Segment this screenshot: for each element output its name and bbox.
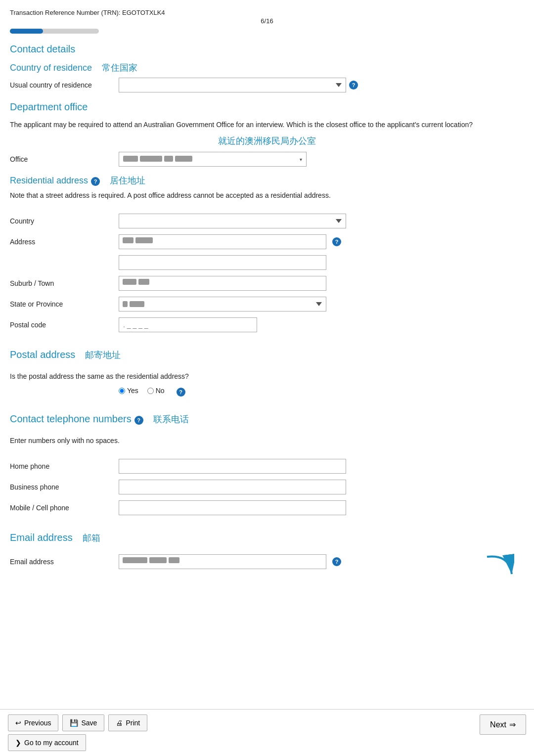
label-email: Email address bbox=[10, 558, 119, 566]
input-address-line2[interactable] bbox=[119, 255, 326, 270]
goto-account-label: Go to my account bbox=[24, 739, 79, 747]
bottom-nav-row-2: ❯ Go to my account bbox=[8, 734, 147, 751]
previous-icon: ↩ bbox=[15, 719, 21, 727]
chinese-label-postal: 邮寄地址 bbox=[85, 349, 121, 361]
goto-account-button[interactable]: ❯ Go to my account bbox=[8, 734, 86, 751]
subsection-title-telephone: Contact telephone numbers bbox=[10, 413, 132, 425]
chinese-label-residential: 居住地址 bbox=[110, 175, 145, 186]
save-label: Save bbox=[81, 719, 97, 727]
subsection-title-postal: Postal address bbox=[10, 349, 75, 360]
radio-yes[interactable] bbox=[119, 388, 125, 394]
next-button[interactable]: Next ⇒ bbox=[480, 714, 526, 735]
office-blurred-value bbox=[123, 155, 192, 163]
postal-address-question: Is the postal address the same as the re… bbox=[10, 371, 524, 382]
section-title-contact-details: Contact details bbox=[10, 44, 524, 55]
help-icon-postal[interactable]: ? bbox=[177, 388, 185, 397]
label-home-phone: Home phone bbox=[10, 462, 119, 470]
subsection-title-residential: Residential address bbox=[10, 176, 88, 186]
page-count: 6/16 bbox=[10, 17, 524, 25]
telephone-note: Enter numbers only with no spaces. bbox=[10, 436, 524, 446]
subsection-title-email: Email address bbox=[10, 532, 73, 543]
blue-arrow-decoration bbox=[485, 552, 514, 580]
bottom-nav-left: ↩ Previous 💾 Save 🖨 Print ❯ Go to my acc… bbox=[8, 714, 147, 751]
state-blurred bbox=[123, 301, 144, 307]
next-icon: ⇒ bbox=[509, 720, 516, 729]
help-icon-telephone[interactable]: ? bbox=[134, 416, 143, 425]
radio-no[interactable] bbox=[147, 388, 154, 394]
label-state: State or Province bbox=[10, 300, 119, 308]
office-dropdown-inner: ▾ bbox=[119, 152, 307, 167]
print-label: Print bbox=[126, 719, 140, 727]
save-button[interactable]: 💾 Save bbox=[62, 714, 104, 731]
label-country: Country bbox=[10, 217, 119, 225]
input-suburb[interactable] bbox=[119, 276, 326, 291]
label-postal-code: Postal code bbox=[10, 321, 119, 329]
chinese-label-email: 邮箱 bbox=[83, 532, 100, 544]
help-icon-email[interactable]: ? bbox=[332, 557, 341, 566]
bottom-nav: ↩ Previous 💾 Save 🖨 Print ❯ Go to my acc… bbox=[0, 709, 534, 756]
input-home-phone[interactable] bbox=[119, 459, 346, 474]
radio-yes-label[interactable]: Yes bbox=[119, 387, 138, 395]
office-dropdown-wrapper[interactable]: ▾ bbox=[119, 152, 307, 167]
select-country[interactable] bbox=[119, 214, 346, 228]
next-label: Next bbox=[490, 720, 506, 729]
input-business-phone[interactable] bbox=[119, 480, 346, 494]
label-address: Address bbox=[10, 238, 119, 246]
email-blurred bbox=[123, 557, 179, 563]
radio-no-label[interactable]: No bbox=[147, 387, 165, 395]
select-state[interactable] bbox=[119, 297, 326, 311]
previous-label: Previous bbox=[24, 719, 51, 727]
help-icon-residential[interactable]: ? bbox=[91, 177, 100, 186]
label-business-phone: Business phone bbox=[10, 483, 119, 491]
help-icon-address[interactable]: ? bbox=[332, 237, 341, 246]
residential-note: Note that a street address is required. … bbox=[10, 190, 524, 201]
input-postal-code[interactable] bbox=[119, 317, 257, 332]
input-mobile-phone[interactable] bbox=[119, 500, 346, 515]
help-icon-country[interactable]: ? bbox=[349, 81, 358, 89]
dept-office-description: The applicant may be required to attend … bbox=[10, 120, 524, 130]
print-icon: 🖨 bbox=[116, 719, 123, 727]
subsection-title-country-residence: Country of residence bbox=[10, 63, 92, 73]
trn-line: Transaction Reference Number (TRN): EGOT… bbox=[10, 9, 524, 16]
progress-bar-fill bbox=[10, 29, 43, 34]
suburb-blurred bbox=[123, 279, 149, 285]
label-usual-country: Usual country of residence bbox=[10, 81, 119, 89]
office-dropdown-arrow: ▾ bbox=[300, 157, 302, 162]
previous-button[interactable]: ↩ Previous bbox=[8, 714, 58, 731]
goto-icon: ❯ bbox=[15, 739, 21, 747]
subsection-title-department-office: Department office bbox=[10, 101, 524, 113]
label-mobile-phone: Mobile / Cell phone bbox=[10, 504, 119, 512]
label-suburb: Suburb / Town bbox=[10, 279, 119, 287]
progress-bar-container bbox=[10, 29, 99, 34]
address-blurred bbox=[123, 237, 153, 243]
select-usual-country[interactable] bbox=[119, 78, 346, 92]
label-office: Office bbox=[10, 155, 119, 163]
bottom-nav-row-1: ↩ Previous 💾 Save 🖨 Print bbox=[8, 714, 147, 731]
print-button[interactable]: 🖨 Print bbox=[108, 714, 147, 731]
radio-yes-text: Yes bbox=[127, 387, 138, 395]
chinese-label-dept-office: 就近的澳洲移民局办公室 bbox=[218, 136, 316, 146]
save-icon: 💾 bbox=[70, 719, 78, 727]
chinese-label-telephone: 联系电话 bbox=[153, 413, 189, 425]
radio-no-text: No bbox=[156, 387, 165, 395]
chinese-label-country-residence: 常住国家 bbox=[102, 62, 137, 74]
